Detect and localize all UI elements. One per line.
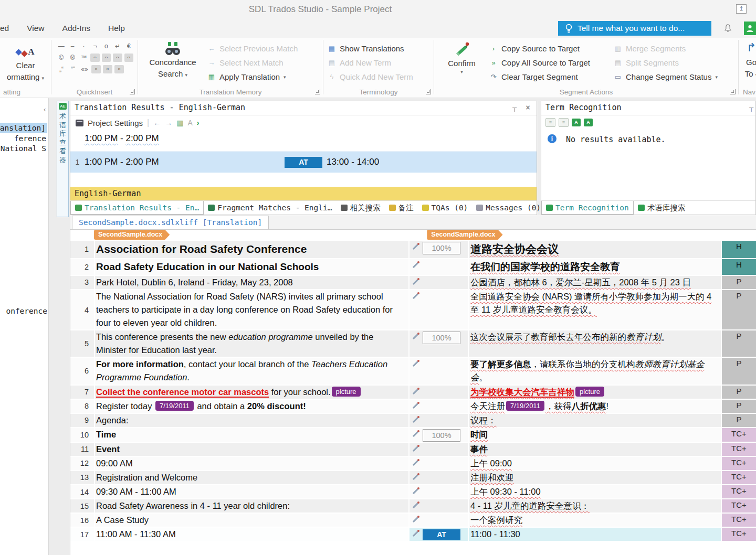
translation-memory-dialog-launcher[interactable] (315, 89, 320, 94)
termbase-viewer-vertical-tab[interactable]: AE 术语库查看器 (57, 101, 69, 217)
pin-icon[interactable]: ┬ (512, 101, 517, 114)
copy-source-to-target-button[interactable]: ›Copy Source to Target (489, 41, 614, 56)
add-new-term-button[interactable]: ▤Add New Term (328, 56, 434, 70)
quickinsert-symbol[interactable]: ‹› (124, 54, 133, 62)
quickinsert-symbol[interactable]: ™ (79, 54, 88, 62)
quickinsert-symbol[interactable]: „“ (57, 65, 66, 73)
clear-formatting-button[interactable]: A Clear ormatting ▾ (0, 38, 51, 84)
source-cell[interactable]: A Case Study (94, 514, 408, 527)
merge-segments-button[interactable]: ▥Merge Segments (614, 41, 718, 56)
quickinsert-symbol[interactable]: ‹› (90, 54, 99, 62)
quick-add-new-term-button[interactable]: ϟQuick Add New Term (328, 70, 434, 84)
select-next-match-button[interactable]: →Select Next Match (207, 56, 298, 70)
tab-备注[interactable]: 备注 (385, 201, 418, 215)
project-settings-button[interactable]: Project Settings (88, 119, 143, 127)
quickinsert-symbol[interactable]: “” (68, 65, 78, 73)
source-cell[interactable]: Association for Road Safety Conference (94, 241, 408, 258)
quickinsert-symbol[interactable]: o (102, 42, 111, 50)
source-cell[interactable]: Event (94, 443, 408, 456)
source-cell[interactable]: Park Hotel, Dublin 6, Ireland - Friday, … (94, 276, 408, 289)
document-tab[interactable]: SecondSample.docx.sdlxliff [Translation] (72, 216, 269, 230)
quickinsert-symbol[interactable]: · (79, 42, 88, 50)
translation-match-row[interactable]: 1 1:00 PM - 2:00 PM AT 13:00 - 14:00 (70, 151, 537, 173)
quickinsert-symbol[interactable]: ‹› (91, 65, 101, 73)
next-match-icon[interactable]: → (165, 119, 172, 127)
target-cell[interactable]: 今天注册7/19/2011，获得八折优惠! (468, 400, 721, 413)
change-segment-status-button[interactable]: ▭Change Segment Status▾ (614, 70, 718, 84)
pin-icon[interactable]: ┬ (749, 101, 753, 114)
source-cell[interactable]: 09:00 AM (94, 457, 408, 470)
source-cell[interactable]: Road Safety Awareness in 4 - 11 year old… (94, 499, 408, 513)
show-translations-button[interactable]: ▤Show Translations (328, 41, 434, 56)
account-icon[interactable] (744, 22, 756, 35)
tab-fragment-matches-engli[interactable]: Fragment Matches - Engli… (204, 201, 336, 215)
target-cell[interactable]: 时间 (468, 428, 721, 442)
target-cell[interactable]: 道路安全协会会议 (468, 241, 721, 258)
menu-item-ed[interactable]: ed (0, 24, 9, 33)
target-cell[interactable]: 要了解更多信息，请联系你当地的分支机构教师教育计划基金会。 (468, 358, 721, 384)
termbase-search-icon[interactable]: A (584, 119, 593, 126)
quickinsert-symbol[interactable]: © (57, 54, 66, 62)
hitlist-settings-icon[interactable]: A (572, 119, 581, 126)
tab-术语库搜索[interactable]: 术语库搜索 (634, 201, 690, 215)
tell-me-search-bar[interactable]: Tell me what you want to do... (558, 21, 711, 36)
apply-translation-button[interactable]: ▦Apply Translation▾ (207, 70, 298, 84)
menu-item-view[interactable]: View (27, 24, 44, 33)
target-cell[interactable]: 注册和欢迎 (468, 471, 721, 484)
target-cell[interactable]: 议程： (468, 414, 721, 427)
split-segments-button[interactable]: ▤Split Segments (614, 56, 718, 70)
target-cell[interactable]: 一个案例研究 (468, 514, 721, 527)
expand-icon[interactable]: › (197, 119, 200, 127)
select-previous-match-button[interactable]: ←Select Previous Match (207, 41, 298, 56)
quickinsert-symbol[interactable]: ‹› (102, 54, 111, 62)
segment-actions-dialog-launcher[interactable] (730, 89, 736, 94)
target-cell[interactable]: 为学校收集大会汽车吉祥物picture (468, 386, 721, 399)
tab-tqas-0[interactable]: TQAs (0) (418, 201, 472, 215)
source-cell[interactable]: Registration and Welcome (94, 471, 408, 484)
source-cell[interactable]: For more information, contact your local… (94, 358, 408, 384)
target-cell[interactable]: 公园酒店，都柏林 6，爱尔兰-星期五，2008 年 5 月 23 日 (468, 276, 721, 289)
tab-相关搜索[interactable]: 相关搜索 (337, 201, 385, 215)
quickinsert-symbol[interactable]: € (124, 42, 133, 50)
source-cell[interactable]: Road Safety Education in our National Sc… (94, 259, 408, 275)
ribbon-display-options-icon[interactable]: ↥ (736, 4, 747, 14)
source-cell[interactable]: Time (94, 428, 408, 442)
tab-term-recognition[interactable]: Term Recognition (541, 201, 634, 215)
quickinsert-symbol[interactable]: ¬ (90, 42, 99, 50)
source-cell[interactable]: Agenda: (94, 414, 408, 427)
quickinsert-symbol[interactable]: ‹› (114, 65, 124, 73)
quickinsert-symbol[interactable]: «» (80, 65, 89, 73)
target-cell[interactable]: 上午 09:30 - 11:00 (468, 485, 721, 498)
quickinsert-symbol[interactable]: ↵ (113, 42, 122, 50)
target-cell[interactable]: 11:00 - 11:30 (468, 528, 721, 541)
edit-translation-icon[interactable]: A (187, 119, 192, 127)
notifications-bell-icon[interactable] (723, 24, 732, 35)
quickinsert-symbol[interactable]: ‹› (103, 65, 112, 73)
copy-all-source-to-target-button[interactable]: »Copy All Source to Target (489, 56, 614, 70)
target-cell[interactable]: 在我们的国家学校的道路安全教育 (468, 259, 721, 275)
target-cell[interactable]: 事件 (468, 443, 721, 456)
quickinsert-symbol[interactable]: ® (68, 54, 77, 62)
source-cell[interactable]: Collect the conference motor car mascots… (94, 386, 408, 399)
target-cell[interactable]: 4 - 11 岁儿童的道路安全意识： (468, 499, 721, 513)
menu-item-help[interactable]: Help (108, 24, 125, 33)
previous-match-icon[interactable]: ← (153, 119, 161, 127)
collapse-chevron-icon[interactable]: ‹ (43, 105, 47, 113)
target-cell[interactable]: 全国道路安全协会 (NARS) 邀请所有小学教师参加为期一天的 4 至 11 岁… (468, 290, 721, 329)
quickinsert-symbol[interactable]: – (68, 42, 77, 50)
source-cell[interactable]: This conference presents the new educati… (94, 330, 408, 357)
terminology-dialog-launcher[interactable] (426, 89, 431, 94)
menu-item-add-ins[interactable]: Add-Ins (62, 24, 90, 33)
source-cell[interactable]: Register today 7/19/2011 and obtain a 20… (94, 400, 408, 413)
tab-translation-results-en[interactable]: Translation Results - En… (70, 201, 204, 215)
list-item[interactable]: National S (0, 144, 47, 153)
list-item[interactable]: onference (6, 307, 47, 315)
clear-target-segment-button[interactable]: ↷Clear Target Segment (489, 70, 614, 84)
list-item[interactable]: anslation] (0, 123, 47, 133)
add-term-icon[interactable]: ≡ (559, 118, 569, 127)
tab-messages-0[interactable]: Messages (0) (472, 201, 545, 215)
target-cell[interactable]: 上午 09:00 (468, 457, 721, 470)
source-cell[interactable]: The National Association for Road Safety… (94, 290, 408, 329)
source-cell[interactable]: 11:00 AM - 11:30 AM (94, 528, 408, 541)
quickinsert-dialog-launcher[interactable] (130, 89, 135, 94)
